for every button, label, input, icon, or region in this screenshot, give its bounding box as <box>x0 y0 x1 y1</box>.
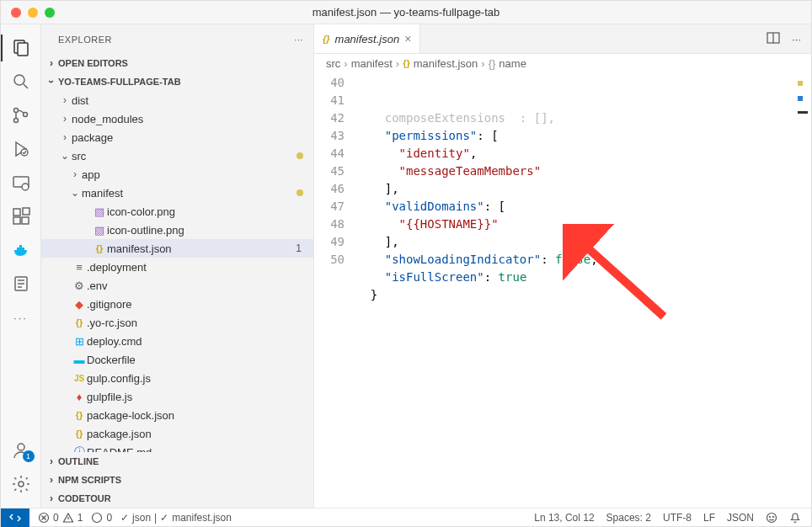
chevron-down-icon: ⌄ <box>68 187 82 199</box>
section-open-editors[interactable]: › OPEN EDITORS <box>41 54 313 72</box>
overview-ruler <box>798 81 808 114</box>
section-npm-scripts[interactable]: › NPM SCRIPTS <box>41 471 313 489</box>
split-editor-icon[interactable] <box>767 31 780 47</box>
tree-item[interactable]: {}manifest.json1 <box>41 239 313 258</box>
activity-run-debug[interactable] <box>1 132 41 166</box>
activity-explorer[interactable] <box>1 31 41 65</box>
tree-item[interactable]: ▧icon-outline.png <box>41 221 313 239</box>
status-spaces[interactable]: Spaces: 2 <box>606 512 651 524</box>
tree-item-label: manifest.json <box>107 242 296 255</box>
svg-point-27 <box>93 513 102 522</box>
status-problems[interactable]: 0 1 <box>38 512 83 524</box>
activity-search[interactable] <box>1 65 41 98</box>
svg-rect-1 <box>18 43 28 56</box>
status-schema[interactable]: ✓json | ✓manifest.json <box>120 512 232 524</box>
tree-item[interactable]: ›node_modules <box>41 109 313 128</box>
tree-item-label: package <box>72 131 307 144</box>
status-ports[interactable]: 0 <box>91 512 112 524</box>
status-bar: 0 1 0 ✓json | ✓manifest.json Ln 13, Col … <box>1 508 811 526</box>
tree-item[interactable]: ›package <box>41 128 313 146</box>
close-icon[interactable]: × <box>404 32 411 45</box>
json-icon: {} <box>323 34 330 44</box>
activity-more[interactable]: ··· <box>1 301 41 334</box>
tree-item-label: node_modules <box>72 113 307 125</box>
status-notifications-icon[interactable] <box>789 512 801 524</box>
status-cursor[interactable]: Ln 13, Col 12 <box>534 512 594 524</box>
tree-item[interactable]: ›dist <box>41 91 313 109</box>
activity-docker[interactable] <box>1 233 41 267</box>
status-encoding[interactable]: UTF-8 <box>663 512 692 524</box>
js-icon: JS <box>72 374 87 383</box>
tree-item[interactable]: ⌄manifest <box>41 184 313 202</box>
sidebar-more-icon[interactable]: ··· <box>294 35 303 45</box>
window-minimize-button[interactable] <box>28 8 38 18</box>
tree-item[interactable]: ⌄src <box>41 146 313 165</box>
tree-item[interactable]: ⓘREADME.md <box>41 443 313 452</box>
tree-item-label: README.md <box>87 446 307 453</box>
tree-item-label: gulp.config.js <box>87 372 307 385</box>
svg-point-28 <box>767 513 777 522</box>
code-content[interactable]: composeExtensions : [], "permissions": [… <box>356 72 811 508</box>
git-icon: ◆ <box>72 298 87 311</box>
section-outline[interactable]: › OUTLINE <box>41 452 313 471</box>
section-codetour[interactable]: › CODETOUR <box>41 489 313 508</box>
tree-item-label: .gitignore <box>87 298 307 311</box>
tree-item[interactable]: ≡.deployment <box>41 258 313 276</box>
tree-item[interactable]: ◆.gitignore <box>41 295 313 313</box>
line-gutter: 4041424344454647484950 <box>314 72 356 508</box>
json-icon: {} <box>72 429 87 439</box>
svg-point-2 <box>14 75 24 85</box>
chevron-right-icon: › <box>58 131 72 143</box>
window-maximize-button[interactable] <box>45 8 55 18</box>
tree-item-label: package.json <box>87 428 307 440</box>
status-language[interactable]: JSON <box>727 512 754 524</box>
svg-line-3 <box>24 84 28 88</box>
svg-point-6 <box>23 113 27 117</box>
tree-item[interactable]: {}package.json <box>41 424 313 443</box>
sidebar-title: EXPLORER <box>58 35 112 45</box>
json-icon: {} <box>92 243 107 253</box>
tree-item-label: gulpfile.js <box>87 391 307 403</box>
tree-item[interactable]: ⚙.env <box>41 276 313 295</box>
tree-item[interactable]: {}package-lock.json <box>41 406 313 424</box>
tree-item[interactable]: {}.yo-rc.json <box>41 313 313 332</box>
chevron-right-icon: › <box>68 168 82 180</box>
activity-extensions[interactable] <box>1 200 41 233</box>
chevron-down-icon: › <box>45 75 57 88</box>
activity-settings[interactable] <box>1 467 41 501</box>
tab-manifest-json[interactable]: {} manifest.json × <box>314 24 420 53</box>
problem-count: 1 <box>296 242 302 254</box>
sidebar: EXPLORER ··· › OPEN EDITORS › YO-TEAMS-F… <box>41 24 314 508</box>
status-eol[interactable]: LF <box>703 512 715 524</box>
activity-codetour[interactable] <box>1 267 41 301</box>
tree-item[interactable]: JSgulp.config.js <box>41 369 313 387</box>
code-editor[interactable]: 4041424344454647484950 composeExtensions… <box>314 72 811 508</box>
tree-item-label: src <box>72 150 296 162</box>
tree-item[interactable]: ▧icon-color.png <box>41 202 313 221</box>
more-actions-icon[interactable]: ··· <box>792 33 801 45</box>
chevron-right-icon: › <box>45 474 58 486</box>
status-feedback-icon[interactable] <box>766 512 777 524</box>
svg-point-5 <box>13 119 18 123</box>
tree-item-label: manifest <box>82 187 296 200</box>
activity-remote[interactable] <box>1 166 41 200</box>
svg-point-4 <box>13 109 18 113</box>
window-close-button[interactable] <box>11 8 21 18</box>
tree-item[interactable]: ▬Dockerfile <box>41 350 313 369</box>
breadcrumbs[interactable]: src › manifest › {} manifest.json › {} n… <box>314 54 811 72</box>
svg-rect-11 <box>13 217 20 224</box>
section-project[interactable]: › YO-TEAMS-FULLPAGE-TAB <box>41 72 313 91</box>
tree-item[interactable]: ›app <box>41 165 313 184</box>
account-badge: 1 <box>23 450 35 462</box>
activity-account[interactable]: 1 <box>1 434 41 467</box>
remote-button[interactable] <box>1 508 29 527</box>
info-icon: ⓘ <box>72 444 87 452</box>
title-bar: manifest.json — yo-teams-fullpage-tab <box>1 1 811 24</box>
svg-point-19 <box>19 482 24 487</box>
tree-item[interactable]: ♦gulpfile.js <box>41 387 313 406</box>
editor-area: {} manifest.json × ··· src › manifest › … <box>314 24 811 508</box>
tree-item[interactable]: ⊞deploy.cmd <box>41 332 313 350</box>
chevron-right-icon: › <box>45 57 58 69</box>
tree-item-label: icon-color.png <box>107 205 307 218</box>
activity-source-control[interactable] <box>1 98 41 132</box>
